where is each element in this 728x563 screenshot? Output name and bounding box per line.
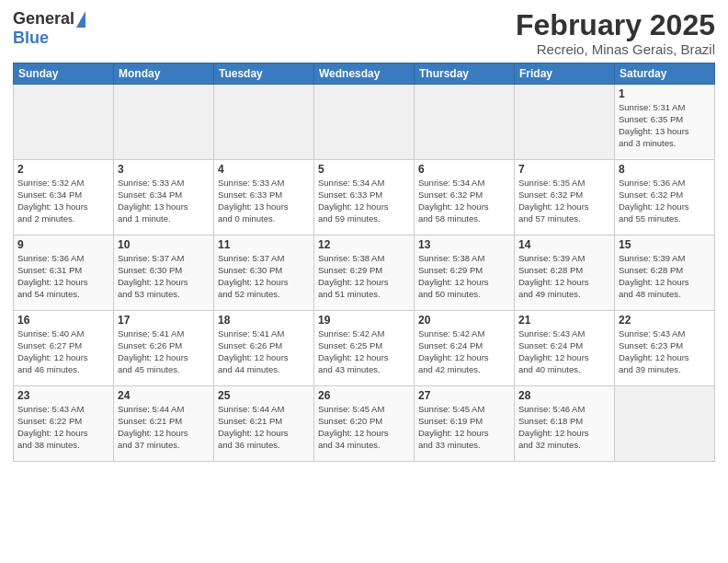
day-info: Sunrise: 5:38 AM Sunset: 6:29 PM Dayligh… xyxy=(418,253,510,300)
day-cell: 20Sunrise: 5:42 AM Sunset: 6:24 PM Dayli… xyxy=(415,311,515,386)
header-day-wednesday: Wednesday xyxy=(314,63,415,85)
day-info: Sunrise: 5:43 AM Sunset: 6:22 PM Dayligh… xyxy=(17,404,109,451)
day-info: Sunrise: 5:44 AM Sunset: 6:21 PM Dayligh… xyxy=(118,404,210,451)
day-info: Sunrise: 5:36 AM Sunset: 6:31 PM Dayligh… xyxy=(17,253,109,300)
day-info: Sunrise: 5:33 AM Sunset: 6:34 PM Dayligh… xyxy=(118,178,210,224)
day-info: Sunrise: 5:39 AM Sunset: 6:28 PM Dayligh… xyxy=(619,253,711,300)
header-day-saturday: Saturday xyxy=(615,63,715,85)
day-cell: 4Sunrise: 5:33 AM Sunset: 6:33 PM Daylig… xyxy=(214,160,314,236)
logo: General Blue xyxy=(13,9,85,48)
day-info: Sunrise: 5:46 AM Sunset: 6:18 PM Dayligh… xyxy=(518,404,610,451)
day-info: Sunrise: 5:31 AM Sunset: 6:35 PM Dayligh… xyxy=(619,102,711,149)
day-number: 4 xyxy=(218,163,310,176)
day-cell: 5Sunrise: 5:34 AM Sunset: 6:33 PM Daylig… xyxy=(314,160,415,236)
day-cell: 18Sunrise: 5:41 AM Sunset: 6:26 PM Dayli… xyxy=(214,311,314,386)
day-cell: 1Sunrise: 5:31 AM Sunset: 6:35 PM Daylig… xyxy=(615,85,715,160)
day-info: Sunrise: 5:39 AM Sunset: 6:28 PM Dayligh… xyxy=(518,253,610,300)
day-cell: 13Sunrise: 5:38 AM Sunset: 6:29 PM Dayli… xyxy=(415,236,515,311)
day-info: Sunrise: 5:41 AM Sunset: 6:26 PM Dayligh… xyxy=(218,328,310,375)
day-info: Sunrise: 5:41 AM Sunset: 6:26 PM Dayligh… xyxy=(118,328,210,375)
header-day-monday: Monday xyxy=(114,63,214,85)
subtitle: Recreio, Minas Gerais, Brazil xyxy=(516,41,715,57)
day-info: Sunrise: 5:45 AM Sunset: 6:19 PM Dayligh… xyxy=(418,404,510,451)
day-number: 23 xyxy=(17,389,109,402)
day-number: 16 xyxy=(17,314,109,327)
day-number: 25 xyxy=(218,389,310,402)
day-number: 5 xyxy=(318,163,410,176)
day-cell: 16Sunrise: 5:40 AM Sunset: 6:27 PM Dayli… xyxy=(14,311,114,386)
day-cell xyxy=(615,386,715,462)
day-info: Sunrise: 5:44 AM Sunset: 6:21 PM Dayligh… xyxy=(218,404,310,451)
logo-triangle-icon xyxy=(76,11,85,28)
day-cell: 8Sunrise: 5:36 AM Sunset: 6:32 PM Daylig… xyxy=(615,160,715,236)
day-cell: 14Sunrise: 5:39 AM Sunset: 6:28 PM Dayli… xyxy=(515,236,615,311)
day-number: 12 xyxy=(318,238,410,251)
day-info: Sunrise: 5:42 AM Sunset: 6:25 PM Dayligh… xyxy=(318,328,410,375)
day-number: 6 xyxy=(418,163,510,176)
day-cell: 12Sunrise: 5:38 AM Sunset: 6:29 PM Dayli… xyxy=(314,236,415,311)
header: General Blue February 2025 Recreio, Mina… xyxy=(13,9,715,57)
day-cell: 25Sunrise: 5:44 AM Sunset: 6:21 PM Dayli… xyxy=(214,386,314,462)
day-number: 28 xyxy=(518,389,610,402)
day-cell: 10Sunrise: 5:37 AM Sunset: 6:30 PM Dayli… xyxy=(114,236,214,311)
week-row-5: 23Sunrise: 5:43 AM Sunset: 6:22 PM Dayli… xyxy=(14,386,715,462)
calendar-table: SundayMondayTuesdayWednesdayThursdayFrid… xyxy=(13,63,715,462)
day-cell: 24Sunrise: 5:44 AM Sunset: 6:21 PM Dayli… xyxy=(114,386,214,462)
calendar-header: SundayMondayTuesdayWednesdayThursdayFrid… xyxy=(14,63,715,85)
day-cell: 7Sunrise: 5:35 AM Sunset: 6:32 PM Daylig… xyxy=(515,160,615,236)
day-info: Sunrise: 5:35 AM Sunset: 6:32 PM Dayligh… xyxy=(518,178,610,224)
day-cell: 26Sunrise: 5:45 AM Sunset: 6:20 PM Dayli… xyxy=(314,386,415,462)
day-cell: 9Sunrise: 5:36 AM Sunset: 6:31 PM Daylig… xyxy=(14,236,114,311)
day-cell: 15Sunrise: 5:39 AM Sunset: 6:28 PM Dayli… xyxy=(615,236,715,311)
day-cell: 23Sunrise: 5:43 AM Sunset: 6:22 PM Dayli… xyxy=(14,386,114,462)
day-number: 1 xyxy=(619,87,711,100)
day-number: 13 xyxy=(418,238,510,251)
title-section: February 2025 Recreio, Minas Gerais, Bra… xyxy=(516,9,715,57)
day-cell: 3Sunrise: 5:33 AM Sunset: 6:34 PM Daylig… xyxy=(114,160,214,236)
day-cell: 11Sunrise: 5:37 AM Sunset: 6:30 PM Dayli… xyxy=(214,236,314,311)
day-info: Sunrise: 5:34 AM Sunset: 6:33 PM Dayligh… xyxy=(318,178,410,224)
day-cell xyxy=(114,85,214,160)
header-day-thursday: Thursday xyxy=(415,63,515,85)
day-cell: 2Sunrise: 5:32 AM Sunset: 6:34 PM Daylig… xyxy=(14,160,114,236)
day-cell xyxy=(314,85,415,160)
day-cell: 22Sunrise: 5:43 AM Sunset: 6:23 PM Dayli… xyxy=(615,311,715,386)
day-number: 10 xyxy=(118,238,210,251)
day-cell xyxy=(415,85,515,160)
day-cell: 21Sunrise: 5:43 AM Sunset: 6:24 PM Dayli… xyxy=(515,311,615,386)
header-day-friday: Friday xyxy=(515,63,615,85)
day-cell xyxy=(214,85,314,160)
day-number: 20 xyxy=(418,314,510,327)
logo-blue-text: Blue xyxy=(13,29,49,48)
day-info: Sunrise: 5:43 AM Sunset: 6:24 PM Dayligh… xyxy=(518,328,610,375)
day-number: 15 xyxy=(619,238,711,251)
day-info: Sunrise: 5:37 AM Sunset: 6:30 PM Dayligh… xyxy=(218,253,310,300)
day-info: Sunrise: 5:37 AM Sunset: 6:30 PM Dayligh… xyxy=(118,253,210,300)
header-day-tuesday: Tuesday xyxy=(214,63,314,85)
day-cell: 17Sunrise: 5:41 AM Sunset: 6:26 PM Dayli… xyxy=(114,311,214,386)
day-number: 24 xyxy=(118,389,210,402)
day-info: Sunrise: 5:32 AM Sunset: 6:34 PM Dayligh… xyxy=(17,178,109,224)
week-row-2: 2Sunrise: 5:32 AM Sunset: 6:34 PM Daylig… xyxy=(14,160,715,236)
day-cell: 6Sunrise: 5:34 AM Sunset: 6:32 PM Daylig… xyxy=(415,160,515,236)
day-cell xyxy=(14,85,114,160)
day-info: Sunrise: 5:45 AM Sunset: 6:20 PM Dayligh… xyxy=(318,404,410,451)
day-number: 21 xyxy=(518,314,610,327)
day-info: Sunrise: 5:43 AM Sunset: 6:23 PM Dayligh… xyxy=(619,328,711,375)
day-number: 9 xyxy=(17,238,109,251)
header-day-sunday: Sunday xyxy=(14,63,114,85)
day-cell xyxy=(515,85,615,160)
day-number: 11 xyxy=(218,238,310,251)
week-row-3: 9Sunrise: 5:36 AM Sunset: 6:31 PM Daylig… xyxy=(14,236,715,311)
day-info: Sunrise: 5:42 AM Sunset: 6:24 PM Dayligh… xyxy=(418,328,510,375)
day-number: 18 xyxy=(218,314,310,327)
calendar-body: 1Sunrise: 5:31 AM Sunset: 6:35 PM Daylig… xyxy=(14,85,715,462)
day-number: 27 xyxy=(418,389,510,402)
day-number: 19 xyxy=(318,314,410,327)
day-number: 17 xyxy=(118,314,210,327)
day-number: 8 xyxy=(619,163,711,176)
day-info: Sunrise: 5:38 AM Sunset: 6:29 PM Dayligh… xyxy=(318,253,410,300)
logo-general-text: General xyxy=(13,9,74,29)
header-row: SundayMondayTuesdayWednesdayThursdayFrid… xyxy=(14,63,715,85)
day-cell: 28Sunrise: 5:46 AM Sunset: 6:18 PM Dayli… xyxy=(515,386,615,462)
